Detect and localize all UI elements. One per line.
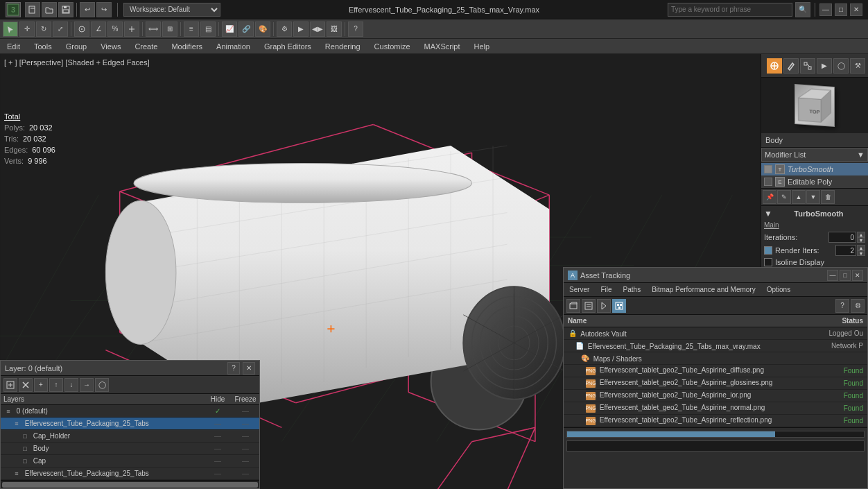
mat-editor[interactable]: 🎨: [255, 22, 270, 37]
layer-help-btn[interactable]: ?: [227, 362, 240, 375]
menu-animation[interactable]: Animation: [209, 39, 257, 54]
percent-snap[interactable]: %: [107, 22, 123, 37]
asset-btn-3[interactable]: [597, 299, 611, 313]
modifier-list-header[interactable]: Modifier List ▼: [761, 148, 868, 162]
layer-row[interactable]: □ Body — —: [1, 443, 259, 455]
asset-settings-btn[interactable]: ⚙: [851, 299, 865, 313]
search-input[interactable]: [668, 3, 792, 17]
asset-menu-bitmap[interactable]: Bitmap Performance and Memory: [646, 284, 761, 295]
layer-close-btn[interactable]: ✕: [243, 362, 255, 375]
layer-mgr[interactable]: ≡: [184, 22, 199, 37]
menu-group[interactable]: Group: [59, 39, 94, 54]
rotate-tool[interactable]: ↻: [36, 22, 51, 37]
asset-menu-server[interactable]: Server: [564, 284, 595, 295]
align-tool[interactable]: ⊞: [162, 22, 177, 37]
select-tool[interactable]: [3, 22, 18, 37]
layer-row[interactable]: ≡ 0 (default) ✓ —: [1, 405, 259, 418]
spinner-snap[interactable]: [124, 22, 139, 37]
ts-render-up[interactable]: ▲: [857, 245, 865, 250]
rp-modify-icon[interactable]: [783, 58, 799, 74]
menu-graph-editors[interactable]: Graph Editors: [257, 39, 318, 54]
asset-btn-4[interactable]: [612, 299, 626, 313]
asset-row[interactable]: 🎨 Maps / Shaders: [564, 352, 867, 365]
snap-toggle[interactable]: [74, 22, 89, 37]
layer-row[interactable]: ≡ Effervescent_Tube_Packaging_25_Tabs — …: [1, 467, 259, 480]
menu-views[interactable]: Views: [94, 39, 128, 54]
schematic[interactable]: 🔗: [238, 22, 254, 37]
asset-row[interactable]: 🔒 Autodesk Vault Logged Ou: [564, 327, 867, 340]
ts-collapse-btn[interactable]: ▼: [764, 209, 772, 218]
asset-minimize-btn[interactable]: —: [827, 270, 838, 281]
save-btn[interactable]: [58, 2, 73, 17]
modifier-editable-poly[interactable]: E Editable Poly: [761, 175, 868, 188]
close-btn[interactable]: ✕: [850, 3, 862, 16]
layer-tool-move-to[interactable]: ↑: [49, 378, 63, 392]
menu-help[interactable]: Help: [467, 39, 497, 54]
asset-row[interactable]: PNG Effervescent_tablet_geo2_Tube_Aspiri…: [564, 377, 867, 390]
asset-menu-options[interactable]: Options: [761, 284, 796, 295]
ts-render-checkbox[interactable]: [764, 246, 772, 255]
layer-tool-add[interactable]: [3, 378, 17, 392]
mirror-tool[interactable]: ⟺: [146, 22, 161, 37]
render-frame[interactable]: 🖼: [327, 22, 342, 37]
asset-menu-paths[interactable]: Paths: [618, 284, 647, 295]
layer-tool-move-up[interactable]: +: [34, 378, 48, 392]
menu-tools[interactable]: Tools: [27, 39, 59, 54]
ts-render-dn[interactable]: ▼: [857, 250, 865, 256]
ts-render-input[interactable]: [835, 245, 856, 256]
asset-btn-2[interactable]: [582, 299, 596, 313]
ts-iter-up[interactable]: ▲: [857, 232, 865, 237]
menu-edit[interactable]: Edit: [0, 39, 27, 54]
new-btn[interactable]: [25, 2, 40, 17]
asset-menu-file[interactable]: File: [595, 284, 617, 295]
maximize-btn[interactable]: □: [835, 3, 847, 16]
asset-maximize-btn[interactable]: □: [840, 270, 851, 281]
undo-btn[interactable]: ↩: [80, 2, 95, 17]
asset-row[interactable]: PNG Effervescent_tablet_geo2_Tube_Aspiri…: [564, 415, 867, 427]
help-btn[interactable]: ?: [348, 22, 363, 37]
nav-cube[interactable]: TOP: [795, 84, 835, 127]
asset-path-input[interactable]: [566, 440, 865, 452]
layer-tool-highlight[interactable]: →: [80, 378, 94, 392]
asset-help-btn[interactable]: ?: [835, 299, 849, 313]
ts-iter-dn[interactable]: ▼: [857, 237, 865, 243]
asset-btn-1[interactable]: [566, 299, 580, 313]
asset-close-btn[interactable]: ✕: [852, 270, 863, 281]
menu-rendering[interactable]: Rendering: [318, 39, 367, 54]
layer-tool-hide-all[interactable]: ◯: [95, 378, 109, 392]
render-setup[interactable]: ⚙: [277, 22, 292, 37]
layer-row[interactable]: ≡ Effervescent_Tube_Packaging_25_Tabs — …: [1, 418, 259, 430]
menu-modifiers[interactable]: Modifiers: [164, 39, 209, 54]
mod-move-dn-btn[interactable]: ▼: [806, 190, 820, 204]
ribbon[interactable]: ▤: [200, 22, 216, 37]
workspace-dropdown[interactable]: Workspace: Default: [123, 3, 220, 17]
layer-row[interactable]: □ Cap — —: [1, 455, 259, 467]
menu-create[interactable]: Create: [128, 39, 164, 54]
mod-pin-btn[interactable]: 📌: [763, 190, 776, 204]
layer-row[interactable]: □ Cap_Holder — —: [1, 430, 259, 443]
layer-h-scrollbar-thumb[interactable]: [2, 482, 258, 488]
scale-tool[interactable]: ⤢: [53, 22, 68, 37]
mod-delete-btn[interactable]: 🗑: [821, 190, 835, 204]
asset-row[interactable]: PNG Effervescent_tablet_geo2_Tube_Aspiri…: [564, 365, 867, 377]
rp-motion-icon[interactable]: ▶: [817, 58, 832, 74]
activeShade[interactable]: ◀▶: [310, 22, 325, 37]
layer-scrollbar[interactable]: [1, 480, 259, 488]
mod-move-up-btn[interactable]: ▲: [792, 190, 806, 204]
move-tool[interactable]: ✛: [19, 22, 35, 37]
modifier-turbosmooth[interactable]: T TurboSmooth: [761, 163, 868, 175]
open-btn[interactable]: [42, 2, 57, 17]
search-btn[interactable]: 🔍: [795, 2, 810, 17]
turbosmooth-checkbox[interactable]: [764, 165, 772, 173]
redo-btn[interactable]: ↪: [96, 2, 112, 17]
layer-tool-select[interactable]: ↓: [64, 378, 78, 392]
angle-snap[interactable]: ∠: [91, 22, 106, 37]
menu-maxscript[interactable]: MAXScript: [417, 39, 467, 54]
mod-edit-btn[interactable]: ✎: [777, 190, 791, 204]
asset-row[interactable]: 📄 Effervescent_Tube_Packaging_25_Tabs_ma…: [564, 340, 867, 352]
render-btn[interactable]: ▶: [293, 22, 309, 37]
asset-row[interactable]: PNG Effervescent_tablet_geo2_Tube_Aspiri…: [564, 402, 867, 415]
ts-isoline-checkbox[interactable]: [764, 258, 772, 266]
minimize-btn[interactable]: —: [819, 3, 832, 16]
rp-hierarchy-icon[interactable]: [800, 58, 815, 74]
